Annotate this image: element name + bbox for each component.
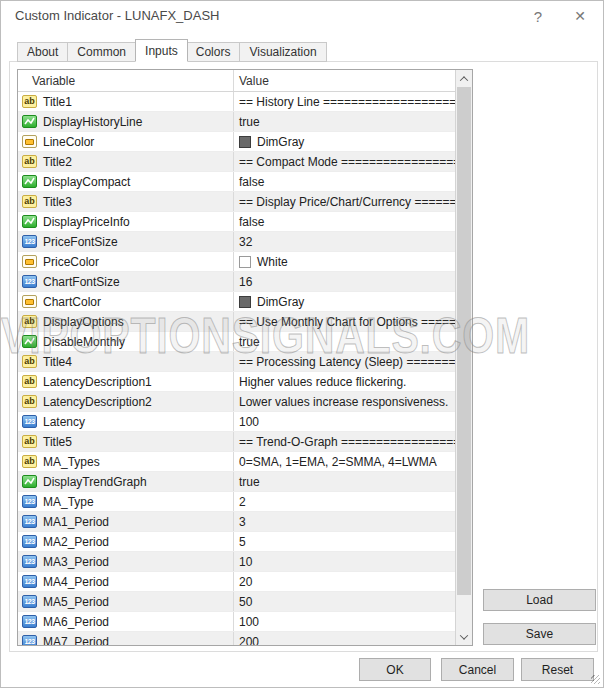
table-row[interactable]: LineColorDimGray: [18, 132, 455, 152]
boolean-parameter-icon: [22, 115, 37, 128]
table-row[interactable]: 123MA2_Period5: [18, 532, 455, 552]
variable-name: MA_Type: [43, 495, 94, 509]
variable-cell: DisplayHistoryLine: [18, 112, 234, 131]
table-row[interactable]: 123MA1_Period3: [18, 512, 455, 532]
value-cell[interactable]: White: [234, 252, 455, 271]
column-header-variable[interactable]: Variable: [18, 70, 234, 91]
table-row[interactable]: DisplayPriceInfofalse: [18, 212, 455, 232]
color-parameter-icon: [22, 135, 37, 148]
number-parameter-icon: 123: [22, 635, 37, 645]
table-row[interactable]: abLatencyDescription2Lower values increa…: [18, 392, 455, 412]
table-row[interactable]: abTitle2== Compact Mode ================…: [18, 152, 455, 172]
tab-visualization[interactable]: Visualization: [240, 42, 326, 62]
table-row[interactable]: 123MA5_Period50: [18, 592, 455, 612]
table-row[interactable]: 123ChartFontSize16: [18, 272, 455, 292]
table-row[interactable]: abTitle5== Trend-O-Graph ===============…: [18, 432, 455, 452]
value-cell[interactable]: DimGray: [234, 132, 455, 151]
value-cell[interactable]: 3: [234, 512, 455, 531]
cancel-button[interactable]: Cancel: [441, 658, 514, 681]
variable-name: MA2_Period: [43, 535, 109, 549]
value-cell[interactable]: 2: [234, 492, 455, 511]
value-cell[interactable]: 10: [234, 552, 455, 571]
table-row[interactable]: DisplayCompactfalse: [18, 172, 455, 192]
variable-name: MA4_Period: [43, 575, 109, 589]
value-text: 20: [239, 575, 252, 589]
value-cell[interactable]: 20: [234, 572, 455, 591]
table-row[interactable]: 123Latency100: [18, 412, 455, 432]
value-cell[interactable]: DimGray: [234, 292, 455, 311]
reset-button[interactable]: Reset: [521, 658, 594, 681]
value-cell[interactable]: == Display Price/Chart/Currency ========…: [234, 192, 455, 211]
table-row[interactable]: 123MA7_Period200: [18, 632, 455, 645]
table-row[interactable]: abTitle4== Processing Latency (Sleep) ==…: [18, 352, 455, 372]
tab-common[interactable]: Common: [68, 42, 136, 62]
value-cell[interactable]: 50: [234, 592, 455, 611]
value-cell[interactable]: 32: [234, 232, 455, 251]
value-text: 100: [239, 415, 259, 429]
load-button[interactable]: Load: [483, 589, 596, 611]
value-cell[interactable]: true: [234, 472, 455, 491]
table-row[interactable]: abTitle3== Display Price/Chart/Currency …: [18, 192, 455, 212]
table-row[interactable]: 123MA3_Period10: [18, 552, 455, 572]
value-cell[interactable]: false: [234, 212, 455, 231]
value-cell[interactable]: 200: [234, 632, 455, 645]
variable-cell: 123MA4_Period: [18, 572, 234, 591]
value-text: 3: [239, 515, 246, 529]
variable-cell: abTitle2: [18, 152, 234, 171]
tab-inputs[interactable]: Inputs: [135, 39, 188, 62]
scroll-up-icon[interactable]: [456, 70, 472, 87]
value-cell[interactable]: Lower values increase responsiveness.: [234, 392, 455, 411]
table-row[interactable]: DisplayHistoryLinetrue: [18, 112, 455, 132]
number-parameter-icon: 123: [22, 515, 37, 528]
value-cell[interactable]: 100: [234, 612, 455, 631]
value-cell[interactable]: true: [234, 112, 455, 131]
value-cell[interactable]: == Compact Mode ========================: [234, 152, 455, 171]
variable-name: MA7_Period: [43, 635, 109, 646]
value-cell[interactable]: 0=SMA, 1=EMA, 2=SMMA, 4=LWMA: [234, 452, 455, 471]
value-text: true: [239, 475, 260, 489]
table-row[interactable]: 123MA4_Period20: [18, 572, 455, 592]
value-text: false: [239, 175, 264, 189]
value-cell[interactable]: 5: [234, 532, 455, 551]
ok-button[interactable]: OK: [359, 658, 431, 681]
value-cell[interactable]: == History Line ========================…: [234, 92, 455, 111]
table-row[interactable]: DisableMonthlytrue: [18, 332, 455, 352]
title-bar: Custom Indicator - LUNAFX_DASH ? ✕: [1, 1, 603, 31]
value-text: == Display Price/Chart/Currency ========…: [239, 195, 455, 209]
table-row[interactable]: abTitle1== History Line ================…: [18, 92, 455, 112]
help-icon[interactable]: ?: [521, 1, 555, 31]
value-cell[interactable]: 16: [234, 272, 455, 291]
table-row[interactable]: PriceColorWhite: [18, 252, 455, 272]
variable-cell: 123MA7_Period: [18, 632, 234, 645]
close-icon[interactable]: ✕: [563, 1, 597, 31]
table-row[interactable]: DisplayTrendGraphtrue: [18, 472, 455, 492]
value-cell[interactable]: false: [234, 172, 455, 191]
variable-cell: 123PriceFontSize: [18, 232, 234, 251]
scroll-down-icon[interactable]: [456, 628, 472, 645]
value-text: 2: [239, 495, 246, 509]
value-cell[interactable]: == Use Monthly Chart for Options ======: [234, 312, 455, 331]
value-cell[interactable]: 100: [234, 412, 455, 431]
variable-cell: ChartColor: [18, 292, 234, 311]
table-row[interactable]: 123MA_Type2: [18, 492, 455, 512]
table-row[interactable]: 123MA6_Period100: [18, 612, 455, 632]
vertical-scrollbar[interactable]: [455, 70, 472, 645]
column-header-value[interactable]: Value: [234, 70, 455, 91]
value-cell[interactable]: == Trend-O-Graph ======================: [234, 432, 455, 451]
table-row[interactable]: abLatencyDescription1Higher values reduc…: [18, 372, 455, 392]
value-cell[interactable]: Higher values reduce flickering.: [234, 372, 455, 391]
number-parameter-icon: 123: [22, 415, 37, 428]
value-cell[interactable]: == Processing Latency (Sleep) ==========: [234, 352, 455, 371]
scrollbar-thumb[interactable]: [457, 87, 471, 595]
variable-cell: abDisplayOptions: [18, 312, 234, 331]
tab-about[interactable]: About: [17, 42, 68, 62]
save-button[interactable]: Save: [483, 623, 596, 645]
table-row[interactable]: abDisplayOptions== Use Monthly Chart for…: [18, 312, 455, 332]
table-row[interactable]: ChartColorDimGray: [18, 292, 455, 312]
table-row[interactable]: abMA_Types0=SMA, 1=EMA, 2=SMMA, 4=LWMA: [18, 452, 455, 472]
tab-colors[interactable]: Colors: [187, 42, 241, 62]
resize-grip-icon[interactable]: [591, 675, 600, 684]
value-text: 100: [239, 615, 259, 629]
value-cell[interactable]: true: [234, 332, 455, 351]
table-row[interactable]: 123PriceFontSize32: [18, 232, 455, 252]
